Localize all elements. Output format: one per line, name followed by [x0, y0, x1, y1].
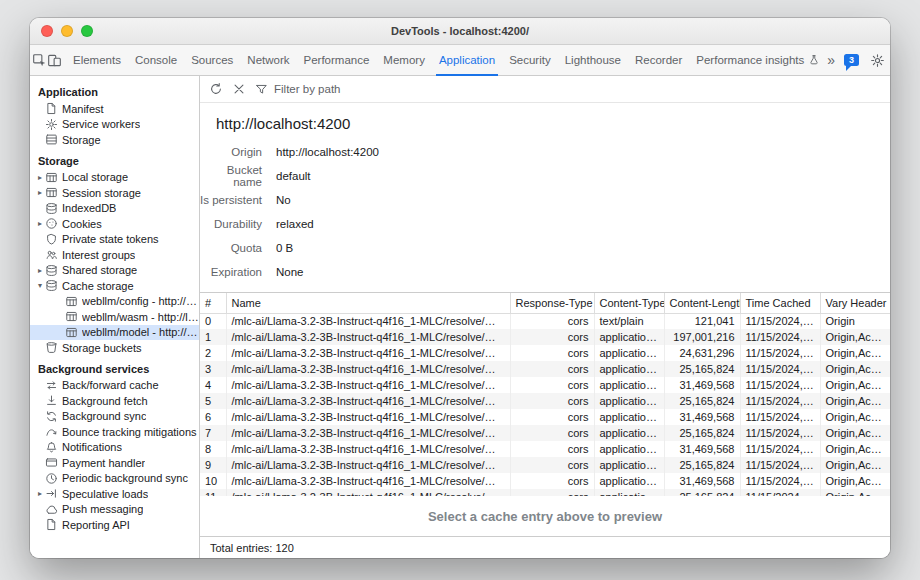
- cache-entries-grid[interactable]: #NameResponse-TypeContent-TypeContent-Le…: [200, 292, 890, 496]
- sidebar-item-push-messaging[interactable]: Push messaging: [30, 502, 199, 518]
- sidebar-item-shared-storage[interactable]: ▸Shared storage: [30, 263, 199, 279]
- cache-entry-row[interactable]: 0/mlc-ai/Llama-3.2-3B-Instruct-q4f16_1-M…: [200, 313, 890, 329]
- sidebar-item-back-forward-cache[interactable]: Back/forward cache: [30, 378, 199, 394]
- chevron-right-icon[interactable]: ▸: [35, 173, 45, 182]
- column-header-response-type[interactable]: Response-Type: [510, 293, 594, 313]
- delete-selected-button[interactable]: [232, 82, 246, 96]
- toggle-device-toolbar-button[interactable]: [47, 45, 62, 75]
- sidebar-item-webllm-wasm-http-loca[interactable]: webllm/wasm - http://loca…: [30, 309, 199, 325]
- message-bubble-icon: 3: [844, 54, 859, 66]
- column-header-time-cached[interactable]: Time Cached: [740, 293, 820, 313]
- cache-entry-row[interactable]: 6/mlc-ai/Llama-3.2-3B-Instruct-q4f16_1-M…: [200, 409, 890, 425]
- tab-console[interactable]: Console: [128, 45, 184, 75]
- sidebar-item-background-sync[interactable]: Background sync: [30, 409, 199, 425]
- sidebar-item-payment-handler[interactable]: Payment handler: [30, 455, 199, 471]
- tab-performance[interactable]: Performance: [297, 45, 377, 75]
- cache-entry-row[interactable]: 5/mlc-ai/Llama-3.2-3B-Instruct-q4f16_1-M…: [200, 393, 890, 409]
- sidebar-item-cache-storage[interactable]: ▾Cache storage: [30, 278, 199, 294]
- tab-network[interactable]: Network: [240, 45, 296, 75]
- cache-entry-row[interactable]: 2/mlc-ai/Llama-3.2-3B-Instruct-q4f16_1-M…: [200, 345, 890, 361]
- inspect-element-button[interactable]: [32, 45, 47, 75]
- chevron-right-icon[interactable]: ▸: [35, 266, 45, 275]
- sidebar-item-indexeddb[interactable]: IndexedDB: [30, 201, 199, 217]
- tab-security[interactable]: Security: [502, 45, 558, 75]
- sidebar-item-reporting-api[interactable]: Reporting API: [30, 517, 199, 533]
- cache-entry-row[interactable]: 3/mlc-ai/Llama-3.2-3B-Instruct-q4f16_1-M…: [200, 361, 890, 377]
- sidebar-item-background-fetch[interactable]: Background fetch: [30, 393, 199, 409]
- cell-index: 4: [200, 377, 226, 393]
- sidebar-item-local-storage[interactable]: ▸Local storage: [30, 170, 199, 186]
- cell-time-cached: 11/15/2024, 10…: [740, 473, 820, 489]
- tab-elements[interactable]: Elements: [66, 45, 128, 75]
- cell-content-type: application/oc…: [594, 377, 664, 393]
- sidebar-item-notifications[interactable]: Notifications: [30, 440, 199, 456]
- chevron-right-icon[interactable]: ▸: [35, 219, 45, 228]
- sidebar-item-service-workers[interactable]: Service workers: [30, 117, 199, 133]
- cell-vary-header: Origin,Access…: [820, 457, 890, 473]
- titlebar[interactable]: DevTools - localhost:4200/: [30, 18, 890, 45]
- sidebar-item-manifest[interactable]: Manifest: [30, 101, 199, 117]
- cell-time-cached: 11/15/2024, 10…: [740, 313, 820, 329]
- cell-vary-header: Origin,Access…: [820, 441, 890, 457]
- sidebar-item-interest-groups[interactable]: Interest groups: [30, 247, 199, 263]
- tab-lighthouse[interactable]: Lighthouse: [558, 45, 628, 75]
- cell-response-type: cors: [510, 425, 594, 441]
- cache-entry-row[interactable]: 8/mlc-ai/Llama-3.2-3B-Instruct-q4f16_1-M…: [200, 441, 890, 457]
- tab-memory[interactable]: Memory: [376, 45, 432, 75]
- sidebar-item-private-state-tokens[interactable]: Private state tokens: [30, 232, 199, 248]
- column-header-index[interactable]: #: [200, 293, 226, 313]
- column-header-vary-header[interactable]: Vary Header: [820, 293, 890, 313]
- cell-time-cached: 11/15/2024, 10…: [740, 361, 820, 377]
- sidebar-item-bounce-tracking-mitigations[interactable]: Bounce tracking mitigations: [30, 424, 199, 440]
- tab-application[interactable]: Application: [432, 45, 502, 75]
- messages-badge[interactable]: 3: [844, 54, 859, 66]
- tab-recorder[interactable]: Recorder: [628, 45, 689, 75]
- sidebar-item-periodic-background-sync[interactable]: Periodic background sync: [30, 471, 199, 487]
- cache-entry-row[interactable]: 10/mlc-ai/Llama-3.2-3B-Instruct-q4f16_1-…: [200, 473, 890, 489]
- devtools-content: ApplicationManifestService workersStorag…: [30, 76, 890, 558]
- metadata-row: ExpirationNone: [200, 260, 890, 284]
- chevron-down-icon[interactable]: ▾: [35, 281, 45, 290]
- sidebar-item-webllm-model-http-loc[interactable]: webllm/model - http://loc…: [30, 325, 199, 341]
- cell-vary-header: Origin,Access…: [820, 377, 890, 393]
- cell-response-type: cors: [510, 457, 594, 473]
- sidebar-item-label: Manifest: [62, 103, 104, 115]
- cache-entry-row[interactable]: 1/mlc-ai/Llama-3.2-3B-Instruct-q4f16_1-M…: [200, 329, 890, 345]
- tabbar-right-controls: » 3 ⋮: [827, 45, 890, 75]
- metadata-row: Bucket namedefault: [200, 164, 890, 188]
- chevron-right-icon[interactable]: ▸: [35, 188, 45, 197]
- sidebar-item-session-storage[interactable]: ▸Session storage: [30, 185, 199, 201]
- refresh-button[interactable]: [209, 82, 223, 96]
- cell-vary-header: Origin,Access…: [820, 473, 890, 489]
- sidebar-item-storage-buckets[interactable]: Storage buckets: [30, 340, 199, 356]
- sidebar-item-label: Service workers: [62, 118, 140, 130]
- column-header-name[interactable]: Name: [226, 293, 510, 313]
- minimize-button[interactable]: [61, 25, 73, 37]
- cell-index: 9: [200, 457, 226, 473]
- cache-entry-row[interactable]: 11/mlc-ai/Llama-3.2-3B-Instruct-q4f16_1-…: [200, 489, 890, 496]
- more-tabs-button[interactable]: »: [827, 52, 835, 68]
- cell-content-length: 31,469,568: [664, 473, 740, 489]
- close-button[interactable]: [41, 25, 53, 37]
- tab-sources[interactable]: Sources: [184, 45, 240, 75]
- tab-performance-insights[interactable]: Performance insights: [689, 45, 827, 75]
- sidebar-item-cookies[interactable]: ▸Cookies: [30, 216, 199, 232]
- sidebar-item-storage[interactable]: Storage: [30, 132, 199, 148]
- cache-entry-row[interactable]: 7/mlc-ai/Llama-3.2-3B-Instruct-q4f16_1-M…: [200, 425, 890, 441]
- column-header-content-type[interactable]: Content-Type: [594, 293, 664, 313]
- cell-vary-header: Origin,Access…: [820, 425, 890, 441]
- cache-entry-row[interactable]: 9/mlc-ai/Llama-3.2-3B-Instruct-q4f16_1-M…: [200, 457, 890, 473]
- database-icon: [45, 279, 58, 292]
- cell-time-cached: 11/15/2024, 10…: [740, 457, 820, 473]
- sidebar-item-webllm-config-http-loc[interactable]: webllm/config - http://loc…: [30, 294, 199, 310]
- cell-name: /mlc-ai/Llama-3.2-3B-Instruct-q4f16_1-ML…: [226, 409, 510, 425]
- chevron-right-icon[interactable]: ▸: [35, 489, 45, 498]
- zoom-button[interactable]: [81, 25, 93, 37]
- cache-entry-row[interactable]: 4/mlc-ai/Llama-3.2-3B-Instruct-q4f16_1-M…: [200, 377, 890, 393]
- metadata-row: Quota0 B: [200, 236, 890, 260]
- sidebar-item-speculative-loads[interactable]: ▸Speculative loads: [30, 486, 199, 502]
- filter-input[interactable]: Filter by path: [255, 83, 340, 96]
- column-header-content-length[interactable]: Content-Length: [664, 293, 740, 313]
- cell-content-length: 25,165,824: [664, 361, 740, 377]
- settings-button[interactable]: [868, 53, 886, 68]
